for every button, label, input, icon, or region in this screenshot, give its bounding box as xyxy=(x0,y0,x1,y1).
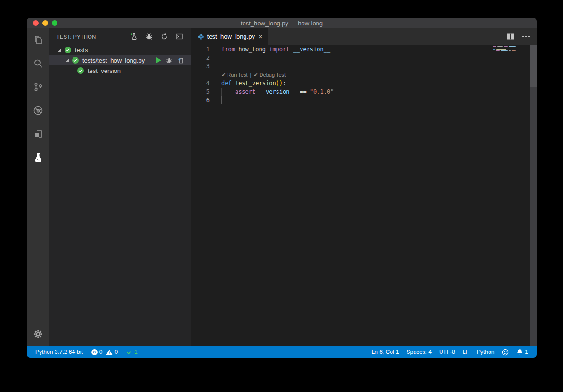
tree-item-test-file[interactable]: tests/test_how_long.py xyxy=(49,55,191,65)
minimap-line xyxy=(496,50,516,51)
activity-bar xyxy=(27,28,49,346)
notifications-count: 1 xyxy=(525,349,528,355)
test-passed-icon xyxy=(77,67,84,74)
run-test-icon[interactable] xyxy=(156,57,161,63)
tests-passed-count: 1 xyxy=(134,349,138,355)
settings-button[interactable] xyxy=(27,325,49,344)
activity-debug-button[interactable] xyxy=(27,99,49,122)
sidebar-title: TEST: PYTHON xyxy=(57,34,96,40)
code-line-4: 4 def test_version(): xyxy=(191,79,537,88)
tab-label: test_how_long.py xyxy=(207,33,255,40)
title-bar: test_how_long.py — how-long xyxy=(27,18,537,28)
sidebar-header: TEST: PYTHON xyxy=(49,28,191,45)
run-all-tests-button[interactable] xyxy=(130,32,138,40)
activity-search-button[interactable] xyxy=(27,52,49,75)
sidebar-test-explorer: TEST: PYTHON xyxy=(49,28,191,346)
line-number-current: 6 xyxy=(191,96,221,104)
status-bar: Python 3.7.2 64-bit ✕ 0 0 1 Ln 6, Col 1 xyxy=(27,346,537,358)
line-number: 3 xyxy=(191,62,221,71)
gear-icon xyxy=(32,328,44,340)
debug-test-icon[interactable] xyxy=(165,56,173,64)
line-number: 4 xyxy=(191,79,221,88)
line-col-label: Ln 6, Col 1 xyxy=(372,349,399,355)
code-line-2: 2 xyxy=(191,54,537,62)
minimap-line xyxy=(493,49,506,50)
encoding-item[interactable]: UTF-8 xyxy=(435,349,459,355)
expand-twistie-icon[interactable] xyxy=(58,48,65,52)
feedback-item[interactable] xyxy=(498,349,513,356)
line-number: 2 xyxy=(191,54,221,62)
codelens-separator: | xyxy=(250,71,251,79)
codelens-row: ✔ Run Test | ✔ Debug Test xyxy=(191,71,537,79)
search-icon xyxy=(33,58,44,69)
reload-tests-button[interactable] xyxy=(160,32,168,40)
editor-scrollbar[interactable] xyxy=(530,45,537,346)
show-test-output-button[interactable] xyxy=(175,32,183,40)
language-mode-item[interactable]: Python xyxy=(473,349,498,355)
check-icon xyxy=(126,349,132,355)
tests-passed-item[interactable]: 1 xyxy=(123,346,140,358)
eol-item[interactable]: LF xyxy=(459,349,473,355)
indent-guide xyxy=(221,88,222,96)
warnings-count: 0 xyxy=(114,349,118,355)
more-actions-button[interactable] xyxy=(522,36,530,37)
split-editor-button[interactable] xyxy=(507,33,514,40)
vscode-window: test_how_long.py — how-long xyxy=(27,18,537,358)
code-line-3: 3 xyxy=(191,62,537,71)
python-file-icon xyxy=(198,33,204,40)
code-editor[interactable]: 1 from how_long import __version__ 2 3 ✔… xyxy=(191,45,537,346)
cursor-position-item[interactable]: Ln 6, Col 1 xyxy=(368,349,403,355)
eol-label: LF xyxy=(463,349,469,355)
split-editor-icon xyxy=(507,33,514,40)
ellipsis-icon xyxy=(522,36,530,37)
line-number: 1 xyxy=(191,45,221,54)
tab-test-how-long[interactable]: test_how_long.py ✕ xyxy=(191,28,268,45)
indentation-item[interactable]: Spaces: 4 xyxy=(403,349,435,355)
output-panel-icon xyxy=(175,32,183,40)
minimap[interactable] xyxy=(492,45,529,101)
refresh-icon xyxy=(160,32,168,40)
files-icon xyxy=(33,34,44,46)
no-bug-icon xyxy=(33,105,44,116)
errors-icon: ✕ xyxy=(91,349,98,355)
minimap-line xyxy=(493,46,516,47)
errors-count: 0 xyxy=(99,349,103,355)
tab-close-icon[interactable]: ✕ xyxy=(258,34,263,40)
activity-explorer-button[interactable] xyxy=(27,28,49,52)
tree-item-label: tests/test_how_long.py xyxy=(82,57,145,64)
codelens-debug-test-link[interactable]: ✔ Debug Test xyxy=(253,71,286,79)
encoding-label: UTF-8 xyxy=(439,349,455,355)
warnings-icon xyxy=(106,349,113,355)
tree-item-label: tests xyxy=(75,47,88,54)
test-passed-icon xyxy=(72,57,79,64)
problems-item[interactable]: ✕ 0 0 xyxy=(89,346,121,358)
text-cursor xyxy=(221,96,222,104)
bug-icon xyxy=(145,32,153,40)
tab-bar: test_how_long.py ✕ xyxy=(191,28,537,45)
activity-test-explorer-button[interactable] xyxy=(27,146,49,169)
code-line-5: 5 assert __version__ == "0.1.0" xyxy=(191,88,537,96)
git-branch-icon xyxy=(33,81,44,93)
expand-twistie-icon[interactable] xyxy=(65,59,72,62)
interpreter-label: Python 3.7.2 64-bit xyxy=(35,349,83,355)
window-title: test_how_long.py — how-long xyxy=(27,20,537,27)
scrollbar-thumb[interactable] xyxy=(530,45,537,87)
indentation-label: Spaces: 4 xyxy=(407,349,432,355)
activity-extensions-button[interactable] xyxy=(27,122,49,146)
line-number: 5 xyxy=(191,88,221,96)
activity-source-control-button[interactable] xyxy=(27,75,49,99)
flask-icon xyxy=(33,152,44,163)
notifications-item[interactable]: 1 xyxy=(513,349,532,355)
codelens-run-test-link[interactable]: ✔ Run Test xyxy=(221,71,247,79)
go-to-test-icon[interactable] xyxy=(177,56,185,64)
debug-all-tests-button[interactable] xyxy=(145,32,153,40)
smiley-icon xyxy=(502,349,509,356)
language-label: Python xyxy=(477,349,494,355)
tree-item-label: test_version xyxy=(88,67,121,74)
code-line-1: 1 from how_long import __version__ xyxy=(191,45,537,54)
python-interpreter-item[interactable]: Python 3.7.2 64-bit xyxy=(35,346,86,358)
tree-item-tests[interactable]: tests xyxy=(49,45,191,55)
tree-item-test-version[interactable]: test_version xyxy=(49,65,191,76)
current-line-highlight xyxy=(221,96,493,104)
extensions-icon xyxy=(33,128,44,140)
